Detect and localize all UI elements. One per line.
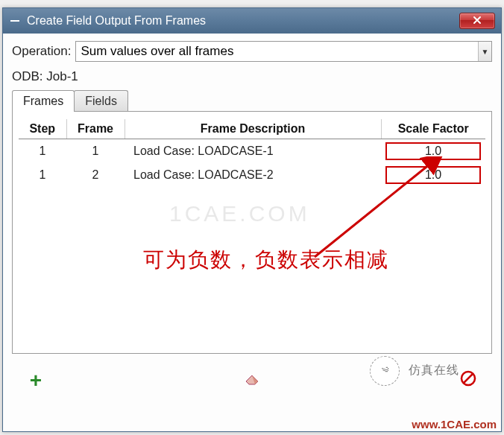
cell-step: 1: [19, 163, 66, 187]
col-frame: Frame: [66, 119, 125, 139]
scale-highlight: 1.0: [385, 142, 481, 160]
no-icon: [459, 369, 477, 392]
dialog-window: Create Field Output From Frames Operatio…: [2, 7, 502, 432]
delete-button[interactable]: [453, 369, 483, 393]
add-button[interactable]: +: [21, 369, 51, 393]
svg-rect-0: [10, 20, 19, 22]
cell-desc: Load Case: LOADCASE-2: [125, 163, 381, 187]
scale-highlight: 1.0: [385, 166, 481, 184]
col-step: Step: [19, 119, 66, 139]
app-icon: [9, 15, 21, 27]
close-button[interactable]: [459, 13, 495, 29]
tab-fields[interactable]: Fields: [74, 90, 128, 112]
bottom-toolbar: +: [12, 363, 492, 393]
dialog-body: Operation: Sum values over all frames ▼ …: [3, 34, 501, 431]
frames-table: Step Frame Frame Description Scale Facto…: [19, 119, 485, 187]
operation-value: Sum values over all frames: [81, 44, 233, 59]
odb-value: Job-1: [46, 69, 78, 83]
erase-icon: [243, 371, 261, 390]
cell-frame: 1: [66, 139, 125, 164]
tabs: Frames Fields: [12, 90, 492, 112]
cell-scale[interactable]: 1.0: [381, 163, 485, 187]
cell-scale[interactable]: 1.0: [381, 139, 485, 164]
add-icon: +: [30, 369, 42, 393]
cell-frame: 2: [66, 163, 125, 187]
erase-button[interactable]: [237, 369, 267, 393]
tab-panel-frames: Step Frame Frame Description Scale Facto…: [12, 111, 492, 354]
svg-line-3: [464, 374, 473, 384]
chevron-down-icon: ▼: [478, 42, 491, 61]
close-icon: [473, 15, 482, 27]
odb-line: ODB: Job-1: [12, 69, 492, 84]
window-title: Create Field Output From Frames: [27, 14, 459, 28]
titlebar: Create Field Output From Frames: [3, 8, 501, 34]
table-row[interactable]: 1 2 Load Case: LOADCASE-2 1.0: [19, 163, 485, 187]
watermark-center: 1CAE.COM: [169, 201, 310, 226]
cell-step: 1: [19, 139, 66, 164]
tab-frames[interactable]: Frames: [12, 90, 75, 112]
operation-label: Operation:: [12, 44, 71, 59]
table-row[interactable]: 1 1 Load Case: LOADCASE-1 1.0: [19, 139, 485, 164]
cell-desc: Load Case: LOADCASE-1: [125, 139, 381, 164]
operation-select[interactable]: Sum values over all frames ▼: [75, 41, 492, 62]
odb-label: ODB:: [12, 69, 43, 83]
col-scale: Scale Factor: [381, 119, 485, 139]
table-header-row: Step Frame Frame Description Scale Facto…: [19, 119, 485, 139]
col-desc: Frame Description: [125, 119, 381, 139]
annotation-text: 可为负数，负数表示相减: [143, 246, 389, 274]
operation-row: Operation: Sum values over all frames ▼: [12, 41, 492, 62]
